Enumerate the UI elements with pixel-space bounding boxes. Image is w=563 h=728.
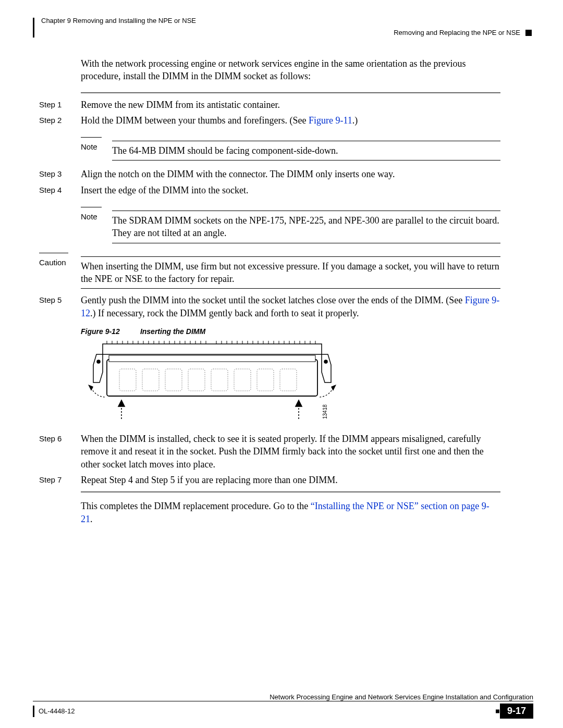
footer-doc-number: OL-4448-12 (39, 707, 75, 715)
step-text: When the DIMM is installed, check to see… (81, 433, 500, 471)
step-3: Step 3 Align the notch on the DIMM with … (39, 168, 500, 180)
caution: Caution When inserting the DIMM, use fir… (39, 253, 500, 289)
caution-text: When inserting the DIMM, use firm but no… (81, 256, 500, 289)
figure-caption: Figure 9-12 Inserting the DIMM (81, 327, 500, 337)
step-label: Step 2 (39, 114, 81, 127)
step-text-after: .) (352, 115, 358, 126)
note-label: Note (81, 141, 112, 161)
step-1: Step 1 Remove the new DIMM from its anti… (39, 98, 500, 111)
running-header-right: Removing and Replacing the NPE or NSE (394, 29, 532, 36)
page-body: With the network processing engine or ne… (39, 57, 500, 525)
figure-9-11-link[interactable]: Figure 9-11 (309, 115, 352, 126)
step-label: Step 4 (39, 184, 81, 196)
step-text: Remove the new DIMM from its antistatic … (81, 98, 500, 111)
left-margin-rule (33, 18, 34, 38)
step-text: Repeat Step 4 and Step 5 if you are repl… (81, 474, 500, 486)
step-5: Step 5 Gently push the DIMM into the soc… (39, 294, 500, 319)
closing-paragraph: This completes the DIMM replacement proc… (81, 500, 500, 525)
step-label: Step 7 (39, 474, 81, 486)
step-4: Step 4 Insert the edge of the DIMM into … (39, 184, 500, 196)
page-footer: Network Processing Engine and Network Se… (33, 693, 533, 719)
svg-point-51 (97, 360, 100, 363)
figure-title: Inserting the DIMM (140, 327, 205, 336)
closing-before: This completes the DIMM replacement proc… (81, 501, 311, 511)
step-text-after: .) If necessary, rock the DIMM gently ba… (90, 308, 359, 318)
svg-rect-0 (103, 344, 322, 354)
steps-bottom-rule (81, 491, 500, 492)
running-header-left: Chapter 9 Removing and Installing the NP… (41, 17, 196, 24)
footer-doc-title: Network Processing Engine and Network Se… (33, 693, 533, 701)
caution-label: Caution (39, 256, 81, 289)
steps-top-rule (81, 92, 500, 93)
note-text: The 64-MB DIMM should be facing componen… (112, 141, 500, 161)
footer-left-rule (33, 706, 34, 717)
note-label: Note (81, 211, 112, 243)
step-text: Hold the DIMM between your thumbs and fo… (81, 114, 500, 127)
step-text: Gently push the DIMM into the socket unt… (81, 294, 500, 319)
step-label: Step 5 (39, 294, 81, 319)
svg-marker-53 (88, 385, 93, 391)
note-1: Note The 64-MB DIMM should be facing com… (81, 137, 500, 161)
step-label: Step 6 (39, 433, 81, 471)
step-text-before: Gently push the DIMM into the socket unt… (81, 295, 465, 305)
svg-marker-54 (331, 385, 336, 391)
figure-number: Figure 9-12 (81, 327, 138, 337)
step-7: Step 7 Repeat Step 4 and Step 5 if you a… (39, 474, 500, 486)
page-number: 9-17 (500, 704, 533, 719)
note-text: The SDRAM DIMM sockets on the NPE-175, N… (112, 211, 500, 243)
step-text-before: Hold the DIMM between your thumbs and fo… (81, 115, 309, 126)
step-text: Insert the edge of the DIMM into the soc… (81, 184, 500, 196)
step-6: Step 6 When the DIMM is installed, check… (39, 433, 500, 471)
section-title: Removing and Replacing the NPE or NSE (394, 29, 520, 36)
closing-after: . (90, 514, 93, 524)
step-text: Align the notch on the DIMM with the con… (81, 168, 500, 180)
svg-marker-58 (296, 400, 302, 406)
step-label: Step 1 (39, 98, 81, 111)
header-end-square-icon (525, 30, 532, 36)
figure-drawing-id: 13418 (322, 404, 328, 419)
svg-rect-42 (109, 355, 315, 362)
svg-marker-56 (118, 400, 125, 406)
svg-point-52 (324, 360, 327, 363)
step-label: Step 3 (39, 168, 81, 180)
figure-9-12-image: 13418 (81, 341, 500, 427)
intro-paragraph: With the network processing engine or ne… (81, 57, 500, 83)
note-2: Note The SDRAM DIMM sockets on the NPE-1… (81, 207, 500, 243)
step-2: Step 2 Hold the DIMM between your thumbs… (39, 114, 500, 127)
